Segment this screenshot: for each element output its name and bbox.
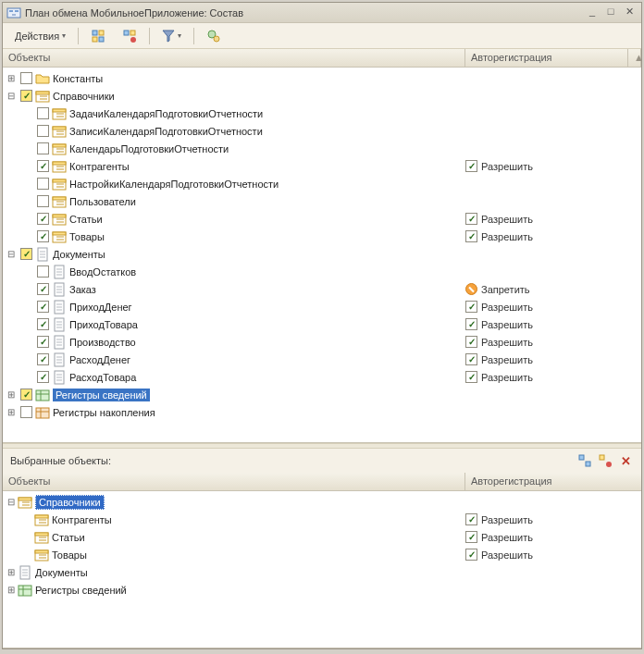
expander-collapsed[interactable]: ⊞ bbox=[5, 566, 18, 579]
tree-row[interactable]: ⊟Справочники bbox=[3, 493, 641, 511]
checkbox-unchecked[interactable] bbox=[20, 72, 32, 84]
checkbox-checked[interactable] bbox=[37, 336, 49, 348]
tree-row[interactable]: НастройкиКалендаряПодготовкиОтчетности bbox=[3, 175, 641, 192]
autoreg-checkbox[interactable] bbox=[465, 531, 477, 543]
autoreg-allow-label: Разрешить bbox=[481, 549, 533, 561]
checkbox-checked[interactable] bbox=[37, 283, 49, 295]
tree-row[interactable]: ⊞Регистры сведений bbox=[3, 581, 641, 598]
tree-row[interactable]: СтатьиРазрешить bbox=[3, 210, 641, 228]
tree-row[interactable]: ⊞Регистры сведений bbox=[3, 386, 641, 403]
checkbox-checked[interactable] bbox=[37, 301, 49, 313]
tree-item-label: Константы bbox=[53, 73, 103, 84]
checkbox-checked[interactable] bbox=[37, 230, 49, 242]
tree-row[interactable]: РасходДенегРазрешить bbox=[3, 351, 641, 368]
main-tree[interactable]: ⊞Константы⊟СправочникиЗадачиКалендаряПод… bbox=[3, 68, 641, 443]
toolbar-btn-1[interactable] bbox=[84, 26, 112, 46]
checkbox-unchecked[interactable] bbox=[20, 406, 32, 418]
tree-row[interactable]: СтатьиРазрешить bbox=[3, 528, 641, 546]
checkbox-checked[interactable] bbox=[37, 160, 49, 172]
autoreg-checkbox[interactable] bbox=[465, 213, 477, 225]
tree-row[interactable]: КалендарьПодготовкиОтчетности bbox=[3, 140, 641, 157]
remove-button[interactable]: ✕ bbox=[617, 452, 634, 469]
autoreg-checkbox[interactable] bbox=[465, 353, 477, 365]
svg-rect-25 bbox=[53, 144, 66, 147]
tree-row[interactable]: ⊞Константы bbox=[3, 69, 641, 87]
tree-row[interactable]: КонтрагентыРазрешить bbox=[3, 157, 641, 175]
column-autoreg-bottom[interactable]: Авторегистрация bbox=[465, 473, 641, 490]
autoreg-allow-label: Разрешить bbox=[481, 214, 533, 225]
expander-collapsed[interactable]: ⊞ bbox=[5, 584, 18, 597]
tree-row[interactable]: ЗадачиКалендаряПодготовкиОтчетности bbox=[3, 105, 641, 122]
tree-row[interactable]: РасходТовараРазрешить bbox=[3, 368, 641, 386]
tree-row[interactable]: ПроизводствоРазрешить bbox=[3, 333, 641, 351]
tree-row[interactable]: ⊟Справочники bbox=[3, 87, 641, 105]
autoreg-allow-label: Разрешить bbox=[481, 302, 533, 313]
expander-collapsed[interactable]: ⊞ bbox=[5, 406, 18, 419]
checkbox-unchecked[interactable] bbox=[37, 142, 49, 154]
actions-menu-button[interactable]: Действия ▾ bbox=[8, 26, 72, 46]
expander-expanded[interactable]: ⊟ bbox=[5, 496, 18, 509]
column-objects[interactable]: Объекты bbox=[3, 49, 465, 67]
autoreg-checkbox[interactable] bbox=[465, 549, 477, 561]
minimize-button[interactable]: _ bbox=[584, 6, 601, 19]
grid-header: Объекты Авторегистрация ▲ bbox=[3, 49, 641, 68]
autoreg-checkbox[interactable] bbox=[465, 301, 477, 313]
doc-icon bbox=[52, 317, 67, 332]
checkbox-unchecked[interactable] bbox=[37, 125, 49, 137]
autoreg-checkbox[interactable] bbox=[465, 371, 477, 383]
checkbox-checked[interactable] bbox=[37, 371, 49, 383]
tree-row[interactable]: ПриходТовараРазрешить bbox=[3, 315, 641, 333]
checkbox-partial[interactable] bbox=[20, 248, 32, 260]
autoreg-checkbox[interactable] bbox=[465, 230, 477, 242]
column-objects-bottom[interactable]: Объекты bbox=[3, 473, 465, 490]
expander-expanded[interactable]: ⊟ bbox=[5, 90, 18, 103]
subtoolbar-btn-2[interactable] bbox=[597, 452, 613, 469]
tree-item-label: Регистры сведений bbox=[35, 585, 127, 596]
checkbox-unchecked[interactable] bbox=[37, 178, 49, 190]
autoreg-checkbox[interactable] bbox=[465, 318, 477, 330]
autoreg-checkbox[interactable] bbox=[465, 160, 477, 172]
expander-collapsed[interactable]: ⊞ bbox=[5, 389, 18, 401]
checkbox-unchecked[interactable] bbox=[37, 265, 49, 278]
tree-row[interactable]: ПриходДенегРазрешить bbox=[3, 298, 641, 315]
tree-row[interactable]: ЗаказЗапретить bbox=[3, 280, 641, 298]
folder-icon bbox=[35, 71, 50, 86]
expander-expanded[interactable]: ⊟ bbox=[5, 248, 18, 261]
catalog-icon bbox=[35, 89, 50, 104]
column-sort-icon[interactable]: ▲ bbox=[628, 49, 641, 67]
checkbox-unchecked[interactable] bbox=[37, 107, 49, 119]
autoreg-checkbox[interactable] bbox=[465, 336, 477, 348]
toolbar-btn-2[interactable] bbox=[116, 26, 143, 46]
toolbar-btn-3[interactable] bbox=[200, 26, 228, 46]
tree-row[interactable]: ТоварыРазрешить bbox=[3, 228, 641, 245]
checkbox-partial[interactable] bbox=[20, 90, 32, 102]
autoreg-checkbox[interactable] bbox=[465, 513, 477, 525]
tree-row[interactable]: ⊟Документы bbox=[3, 245, 641, 263]
subtoolbar-btn-1[interactable] bbox=[576, 452, 593, 469]
selected-objects-header: Выбранные объекты: ✕ bbox=[3, 449, 641, 473]
tree-item-label: ЗадачиКалендаряПодготовкиОтчетности bbox=[69, 108, 263, 119]
maximize-button[interactable]: □ bbox=[602, 6, 619, 19]
tree-row[interactable]: КонтрагентыРазрешить bbox=[3, 511, 641, 528]
checkbox-checked[interactable] bbox=[37, 318, 49, 330]
checkbox-checked[interactable] bbox=[37, 213, 49, 225]
tree-row[interactable]: ⊞Регистры накопления bbox=[3, 403, 641, 421]
doc-icon bbox=[52, 370, 67, 385]
tree-row[interactable]: ТоварыРазрешить bbox=[3, 546, 641, 563]
selected-tree[interactable]: ⊟СправочникиКонтрагентыРазрешитьСтатьиРа… bbox=[3, 491, 641, 648]
catalog-icon bbox=[34, 548, 49, 562]
filter-button[interactable]: ▾ bbox=[155, 26, 188, 46]
tree-row[interactable]: ⊞Документы bbox=[3, 563, 641, 581]
catalog-icon bbox=[34, 512, 49, 527]
tree-row[interactable]: Пользователи bbox=[3, 192, 641, 210]
catalog-icon bbox=[52, 159, 67, 174]
expander-collapsed[interactable]: ⊞ bbox=[5, 72, 18, 85]
tree-row[interactable]: ЗаписиКалендаряПодготовкиОтчетности bbox=[3, 122, 641, 140]
column-autoreg[interactable]: Авторегистрация bbox=[465, 49, 628, 67]
tree-item-label: ПриходДенег bbox=[69, 302, 132, 313]
tree-row[interactable]: ВводОстатков bbox=[3, 263, 641, 280]
checkbox-partial[interactable] bbox=[20, 389, 32, 401]
close-button[interactable]: ✕ bbox=[621, 6, 638, 19]
checkbox-unchecked[interactable] bbox=[37, 195, 49, 207]
checkbox-checked[interactable] bbox=[37, 353, 49, 365]
